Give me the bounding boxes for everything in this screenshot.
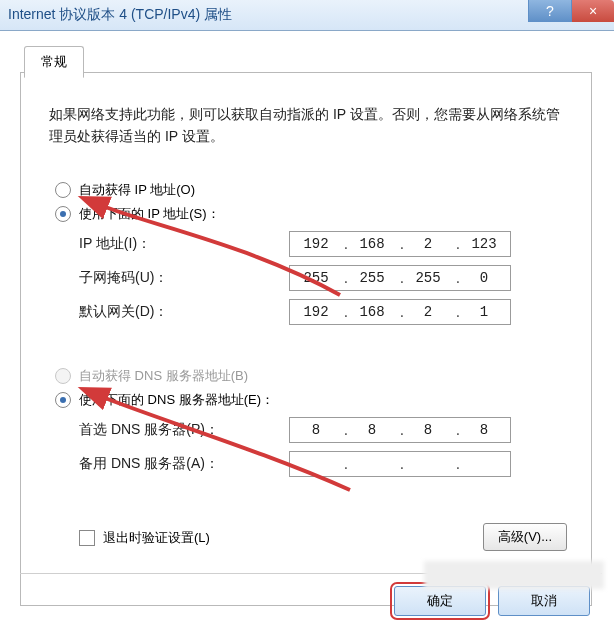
help-button[interactable]: ? xyxy=(528,0,571,22)
ip-address-label: IP 地址(I)： xyxy=(79,235,289,253)
title-bar: Internet 协议版本 4 (TCP/IPv4) 属性 ? × xyxy=(0,0,614,31)
radio-manual-dns-label: 使用下面的 DNS 服务器地址(E)： xyxy=(79,391,274,409)
ip-oct2[interactable]: 168 xyxy=(346,236,398,252)
pdns-oct4[interactable]: 8 xyxy=(458,422,510,438)
gw-oct1[interactable]: 192 xyxy=(290,304,342,320)
radio-manual-ip[interactable] xyxy=(55,206,71,222)
gw-oct2[interactable]: 168 xyxy=(346,304,398,320)
ip-address-input[interactable]: 192. 168. 2. 123 xyxy=(289,231,511,257)
mask-oct2[interactable]: 255 xyxy=(346,270,398,286)
advanced-button[interactable]: 高级(V)... xyxy=(483,523,567,551)
ok-button[interactable]: 确定 xyxy=(394,586,486,616)
ip-oct1[interactable]: 192 xyxy=(290,236,342,252)
radio-manual-ip-label: 使用下面的 IP 地址(S)： xyxy=(79,205,220,223)
gw-oct4[interactable]: 1 xyxy=(458,304,510,320)
close-button[interactable]: × xyxy=(571,0,614,22)
radio-manual-dns[interactable] xyxy=(55,392,71,408)
dialog-body: 常规 如果网络支持此功能，则可以获取自动指派的 IP 设置。否则，您需要从网络系… xyxy=(10,42,604,622)
mask-oct1[interactable]: 255 xyxy=(290,270,342,286)
description-text: 如果网络支持此功能，则可以获取自动指派的 IP 设置。否则，您需要从网络系统管理… xyxy=(49,103,569,147)
gateway-label: 默认网关(D)： xyxy=(79,303,289,321)
gateway-input[interactable]: 192. 168. 2. 1 xyxy=(289,299,511,325)
alt-dns-label: 备用 DNS 服务器(A)： xyxy=(79,455,289,473)
radio-auto-ip-label: 自动获得 IP 地址(O) xyxy=(79,181,195,199)
ip-oct3[interactable]: 2 xyxy=(402,236,454,252)
general-panel: 如果网络支持此功能，则可以获取自动指派的 IP 设置。否则，您需要从网络系统管理… xyxy=(20,72,592,606)
pref-dns-label: 首选 DNS 服务器(P)： xyxy=(79,421,289,439)
obscured-region xyxy=(424,561,604,589)
ip-oct4[interactable]: 123 xyxy=(458,236,510,252)
validate-on-exit-label: 退出时验证设置(L) xyxy=(103,529,210,547)
tab-general[interactable]: 常规 xyxy=(24,46,84,78)
window-title: Internet 协议版本 4 (TCP/IPv4) 属性 xyxy=(8,6,232,24)
radio-auto-dns-label: 自动获得 DNS 服务器地址(B) xyxy=(79,367,248,385)
ip-group: 自动获得 IP 地址(O) 使用下面的 IP 地址(S)： IP 地址(I)： … xyxy=(55,175,575,333)
subnet-mask-label: 子网掩码(U)： xyxy=(79,269,289,287)
subnet-mask-input[interactable]: 255. 255. 255. 0 xyxy=(289,265,511,291)
pref-dns-input[interactable]: 8. 8. 8. 8 xyxy=(289,417,511,443)
pdns-oct1[interactable]: 8 xyxy=(290,422,342,438)
mask-oct3[interactable]: 255 xyxy=(402,270,454,286)
radio-auto-dns xyxy=(55,368,71,384)
dns-group: 自动获得 DNS 服务器地址(B) 使用下面的 DNS 服务器地址(E)： 首选… xyxy=(55,361,575,485)
mask-oct4[interactable]: 0 xyxy=(458,270,510,286)
validate-on-exit-checkbox[interactable] xyxy=(79,530,95,546)
pdns-oct2[interactable]: 8 xyxy=(346,422,398,438)
cancel-button[interactable]: 取消 xyxy=(498,586,590,616)
pdns-oct3[interactable]: 8 xyxy=(402,422,454,438)
alt-dns-input[interactable]: . . . xyxy=(289,451,511,477)
gw-oct3[interactable]: 2 xyxy=(402,304,454,320)
radio-auto-ip[interactable] xyxy=(55,182,71,198)
